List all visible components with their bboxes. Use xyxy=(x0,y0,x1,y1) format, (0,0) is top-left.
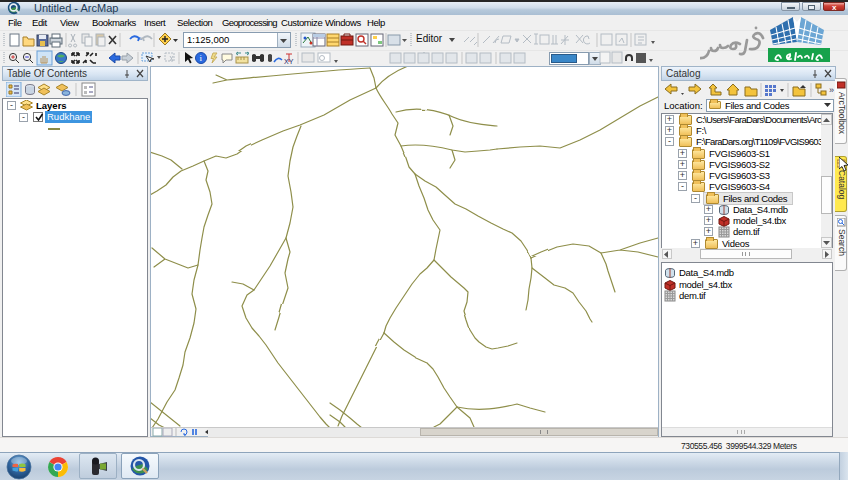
svg-text:XY: XY xyxy=(284,58,294,65)
svg-text:»: » xyxy=(829,85,834,95)
